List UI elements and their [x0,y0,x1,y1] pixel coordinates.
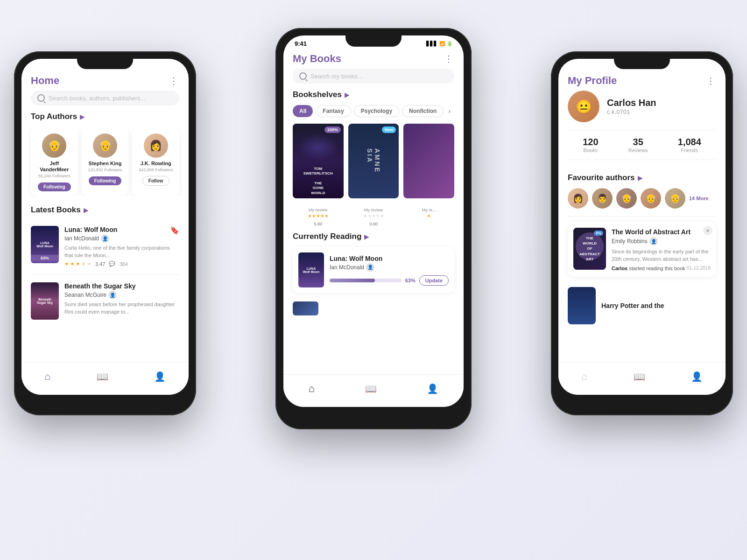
left-search-bar[interactable]: Search books, authors, publishers... [31,91,179,105]
filter-all[interactable]: All [293,105,313,117]
phone-right: My Profile ⋮ 😐 Carlos Han c.k.0701 [551,51,733,415]
phone-left-screen: Home ⋮ Search books, authors, publishers… [21,59,189,395]
status-icons-center: ▋▋▋ 📶 🔋 [426,41,452,46]
book-item-1[interactable]: LUNAWolf Moon 63% Luna: Wolf Moon Ian Mc… [21,220,189,273]
fav-author-4[interactable]: 👴 [641,188,661,209]
fav-author-2[interactable]: 👨 [592,188,613,209]
filter-fantasy[interactable]: Fantasy [316,105,351,117]
activity-book-title: The World of Abstract Art [612,228,711,236]
latest-books-arrow[interactable]: ▶ [84,206,89,214]
profile-icon-left: 👤 [154,371,166,382]
nav-profile-right[interactable]: 👤 [691,371,703,382]
fav-author-1[interactable]: 👩 [568,188,588,209]
nav-books-left[interactable]: 📖 [97,371,108,382]
stat-friends-label: Friends [678,147,701,153]
follow-btn-3[interactable]: Follow [142,176,169,186]
author-card-1: 👴 Jeff VanderMeer 56,240 Followers Follo… [31,127,78,196]
profile-user-row: 😐 Carlos Han c.k.0701 [568,91,716,122]
profile-icon-center: 👤 [427,383,438,394]
stars-2: ★★★★★ [348,213,399,218]
reading-card-container: LUNAWolf Moon Luna: Wolf Moon Ian McDona… [283,247,464,298]
book-title-1: Luna: Wolf Moon [64,226,179,233]
book-author-row-1: Ian McDonald 👤 [64,234,179,243]
nav-books-center[interactable]: 📖 [365,383,377,394]
fav-author-5[interactable]: 👴 [665,188,685,209]
fav-authors-row: 👩 👨 👴 👴 👴 14 More [568,188,716,209]
filter-nonfiction[interactable]: Nonfiction [402,105,444,117]
follow-btn-1[interactable]: Following [38,182,71,191]
activity-user: Carlos [612,266,627,271]
stat-books: 120 Books [583,137,598,153]
shelf-book-1[interactable]: TOMSWETERLITSCHTHEGONEWORLD 100% [293,124,344,198]
activity-book-cover: THEWORLDOFABSTRACTART 0% [573,228,606,270]
latest-books-header: Latest Books ▶ [31,205,179,215]
progress-label: 63% [405,278,416,283]
filter-more[interactable]: › [446,105,452,117]
currently-reading-arrow[interactable]: ▶ [364,233,369,240]
activity-author-row: Emily Robbins 👤 [612,237,711,245]
shelf-book-3[interactable] [403,124,454,198]
book-cover-1: LUNAWolf Moon 63% [31,226,59,263]
left-more-dots[interactable]: ⋮ [169,75,179,86]
fav-authors-arrow[interactable]: ▶ [638,174,643,182]
nav-home-left[interactable]: ⌂ [44,371,50,383]
nav-books-right[interactable]: 📖 [634,371,645,382]
activity-author-name: Emily Robbins [612,238,648,245]
reading-card-1[interactable]: LUNAWolf Moon Luna: Wolf Moon Ian McDona… [293,247,454,293]
top-authors-header: Top Authors ▶ [31,112,179,121]
nav-profile-center[interactable]: 👤 [427,383,438,394]
follow-btn-2[interactable]: Following [89,176,122,185]
profile-username: c.k.0701 [607,108,656,115]
center-search-bar[interactable]: Search my books... [293,69,454,84]
bookshelves-arrow[interactable]: ▶ [345,91,350,98]
author-card-2: 👴 Stephen King 120,832 Followers Followi… [82,127,129,196]
top-authors-arrow[interactable]: ▶ [80,113,85,120]
nav-home-center[interactable]: ⌂ [309,383,315,395]
stars-1: ★★★★★ [293,213,344,218]
review-row: My review ★★★★★ 5.00 My review ★★★★★ 0.0… [283,206,464,232]
author-name-3: J.K. Rowling [136,161,176,167]
activity-percent-badge: 0% [594,231,603,236]
nav-profile-left[interactable]: 👤 [154,371,166,382]
score-1: 5.00 [314,222,323,226]
progress-bar-bg [330,279,402,282]
home-icon-center: ⌂ [309,383,315,395]
shelf-book-2[interactable]: AMNESIA New [348,124,399,198]
book-icon-left: 📖 [97,371,108,382]
stat-reviews: 35 Reviews [628,137,648,153]
author-name-1: Jeff VanderMeer [35,161,74,173]
profile-user-info: Carlos Han c.k.0701 [607,98,656,115]
right-more-dots[interactable]: ⋮ [706,75,716,86]
phones-container: Home ⋮ Search books, authors, publishers… [0,0,747,560]
home-icon-right: ⌂ [581,371,587,383]
center-more-dots[interactable]: ⋮ [444,53,454,64]
nav-home-right[interactable]: ⌂ [581,371,587,383]
left-search-icon [37,94,45,102]
update-btn[interactable]: Update [419,275,449,286]
author-card-3: 👩 J.K. Rowling 342,008 Followers Follow [132,127,179,196]
fav-authors-header: Favourite authors ▶ [568,173,716,182]
right-bottom-nav: ⌂ 📖 👤 [558,362,726,395]
fav-authors-more[interactable]: 14 More [689,196,709,201]
activity-close-btn[interactable]: × [703,226,712,235]
book-item-2[interactable]: BeneathSugar Sky Beneath the Sugar Sky S… [21,277,189,325]
author-followers-1: 56,240 Followers [35,174,74,178]
activity-action: Carlos started reading this book [612,266,685,271]
filter-psychology[interactable]: Psychology [354,105,399,117]
phone-right-screen: My Profile ⋮ 😐 Carlos Han c.k.0701 [558,59,726,395]
status-bar-center: 9:41 ▋▋▋ 📶 🔋 [283,35,464,47]
comment-icon-1: 💬 [109,261,115,267]
fav-author-3[interactable]: 👴 [616,188,637,209]
review-item-3: My re... ★ [403,208,454,227]
center-bottom-nav: ⌂ 📖 👤 [283,374,464,407]
activity-card[interactable]: THEWORLDOFABSTRACTART 0% The World of Ab… [568,222,716,277]
reviews-count-1: 384 [119,261,127,267]
bookmark-icon-1[interactable]: 🔖 [170,226,179,235]
author-name-2: Stephen King [85,161,125,167]
stars-3: ★ [403,213,454,218]
activity-date: 01-12-2018 [687,266,711,271]
book-author-row-2: Seanan McGuire 👤 [64,291,179,299]
book-meta-1: ★ ★ ★ ★ ★ 3.47 💬 384 [64,261,179,267]
latest-books-title: Latest Books [31,205,81,215]
book-percent-1: 63% [31,255,59,261]
